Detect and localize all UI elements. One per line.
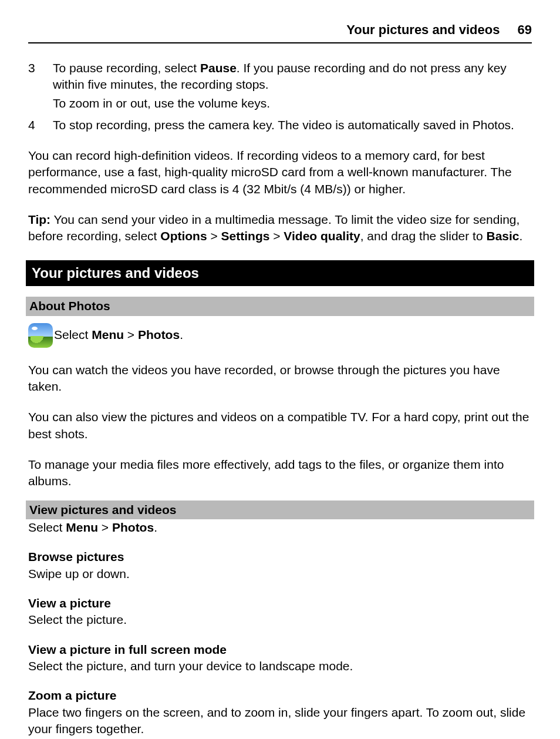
task-body: Select the picture. <box>28 612 532 628</box>
about-p1: You can watch the videos you have record… <box>28 362 532 395</box>
separator: > <box>207 229 221 243</box>
task-title: View a picture <box>28 595 532 612</box>
text: . <box>180 328 183 341</box>
hd-paragraph: You can record high-definition videos. I… <box>28 147 532 197</box>
menu-label: Menu <box>92 328 124 341</box>
view-select-path: Select Menu > Photos. <box>28 519 532 536</box>
photos-icon <box>28 323 53 348</box>
step-number: 4 <box>28 117 53 133</box>
text: . <box>154 520 157 534</box>
page: Your pictures and videos 69 3 To pause r… <box>0 0 560 739</box>
photos-label: Photos <box>112 520 154 534</box>
task-fullscreen: View a picture in full screen mode Selec… <box>28 641 532 675</box>
task-title: Browse pictures <box>28 549 532 565</box>
task-title: Zoom a picture <box>28 687 532 704</box>
tip-paragraph: Tip: You can send your video in a multim… <box>28 211 532 245</box>
view-heading: View pictures and videos <box>26 500 534 519</box>
task-body: Swipe up or down. <box>28 566 532 582</box>
section-title: Your pictures and videos <box>26 260 534 286</box>
step-3: 3 To pause recording, select Pause. If y… <box>28 60 532 115</box>
task-title: View a picture in full screen mode <box>28 641 532 658</box>
header-title: Your pictures and videos <box>346 22 500 37</box>
separator: > <box>98 520 112 534</box>
step-text: To pause recording, select Pause. If you… <box>53 60 532 115</box>
text: Select <box>28 520 66 534</box>
photos-label: Photos <box>138 328 180 341</box>
page-header: Your pictures and videos 69 <box>28 21 532 43</box>
task-browse: Browse pictures Swipe up or down. <box>28 549 532 582</box>
video-quality-label: Video quality <box>284 229 360 243</box>
text: , and drag the slider to <box>360 229 487 243</box>
basic-label: Basic <box>486 229 519 243</box>
separator: > <box>269 229 284 243</box>
select-path: Select Menu > Photos. <box>54 327 183 343</box>
step-number: 3 <box>28 60 53 115</box>
about-p2: You can also view the pictures and video… <box>28 409 532 442</box>
about-p3: To manage your media files more effectiv… <box>28 456 532 490</box>
menu-label: Menu <box>66 520 98 534</box>
separator: > <box>124 328 138 341</box>
tip-label: Tip: <box>28 213 50 226</box>
task-body: Select the picture, and turn your device… <box>28 658 532 674</box>
text: To pause recording, select <box>53 61 200 75</box>
step-4: 4 To stop recording, press the camera ke… <box>28 117 532 133</box>
options-label: Options <box>160 229 207 243</box>
task-body: Place two fingers on the screen, and to … <box>28 704 532 738</box>
about-photos-heading: About Photos <box>26 297 534 315</box>
text: Select <box>54 328 92 341</box>
pause-label: Pause <box>200 61 237 75</box>
about-photos-select-row: Select Menu > Photos. <box>28 323 532 348</box>
task-view-picture: View a picture Select the picture. <box>28 595 532 629</box>
page-number: 69 <box>518 21 532 39</box>
task-zoom: Zoom a picture Place two fingers on the … <box>28 687 532 737</box>
settings-label: Settings <box>221 229 270 243</box>
step-text: To stop recording, press the camera key.… <box>53 117 532 133</box>
text: . <box>519 229 523 243</box>
text: To zoom in or out, use the volume keys. <box>53 95 532 112</box>
